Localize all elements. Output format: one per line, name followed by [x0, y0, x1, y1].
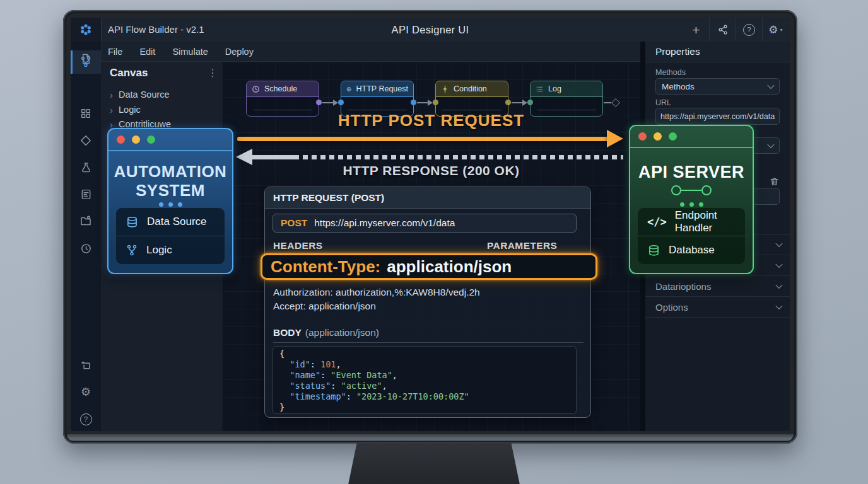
accept-header-line: Accept: application/json [273, 301, 376, 312]
monitor-chin [67, 434, 794, 441]
plus-icon: + [692, 23, 700, 37]
chevron-right-icon: › [110, 105, 113, 115]
code-line: } [279, 402, 570, 413]
url-input-value: https://api.myserver.com/v1/data [660, 112, 775, 121]
monitor-stand [348, 443, 520, 484]
connector-arrowhead [522, 100, 527, 106]
code-line: "timestamp": "2023-10-27T10:00:00Z" [279, 391, 570, 402]
sidebar-item-components[interactable] [71, 102, 101, 125]
kebab-menu-icon[interactable]: ⋮ [208, 67, 218, 79]
chevron-down-icon [767, 141, 774, 148]
connector-arrowhead [333, 100, 338, 106]
menu-deploy[interactable]: Deploy [225, 47, 254, 57]
automation-card-list: Data SourceLogic [116, 208, 225, 264]
chevron-down-icon [775, 261, 782, 268]
connector-line [417, 102, 428, 103]
connector-arrowhead [428, 100, 433, 106]
body-divider [273, 342, 584, 343]
folder-icon [79, 214, 92, 227]
globe-icon [346, 85, 352, 93]
help-icon: ? [743, 24, 755, 36]
body-type-label: (application/json) [305, 327, 379, 338]
api-item-database[interactable]: Database [638, 236, 745, 264]
traffic-green-icon [147, 135, 155, 144]
help-button[interactable]: ? [736, 18, 762, 42]
parameters-tab[interactable]: PARAMETERS [487, 240, 557, 251]
window-controls [108, 129, 232, 151]
request-url-field[interactable]: POSThttps://api.myserver.com/v1/data [273, 214, 577, 233]
port-in-condition[interactable] [433, 100, 438, 105]
share-icon [717, 24, 729, 35]
authorization-header-line: Authorization: authorization,%:KAW8H8/ve… [273, 287, 480, 298]
content-type-value: application/json [387, 257, 512, 277]
import-icon [80, 360, 92, 372]
add-button[interactable]: + [683, 18, 709, 42]
port-out-http[interactable] [411, 100, 416, 105]
response-arrow [251, 155, 299, 159]
content-type-key: Content-Type: [271, 257, 380, 277]
sidebar-item-flow[interactable] [71, 50, 101, 73]
api-card-title: API SERVER [630, 163, 753, 182]
database-icon [647, 245, 660, 256]
automation-item-data-source[interactable]: Data Source [116, 208, 225, 236]
menu-simulate[interactable]: Simulate [172, 47, 208, 57]
monitor-bezel: API Flow Builder - v2.1 API Designer UI … [63, 10, 797, 444]
sidebar-item-history[interactable] [71, 237, 101, 260]
content-type-highlight: Content-Type:application/json [261, 253, 597, 280]
delete-button[interactable] [770, 176, 780, 188]
methods-dropdown[interactable]: Methods [655, 78, 780, 95]
sidebar-item-script[interactable] [71, 183, 101, 205]
tree-item-data-source[interactable]: › Data Source [110, 88, 170, 101]
share-button[interactable] [709, 18, 736, 42]
api-item-endpoint-handler[interactable]: </>Endpoint Handler [638, 208, 745, 236]
properties-title: Properties [645, 42, 790, 62]
url-input[interactable]: https://api.myserver.com/v1/data [655, 108, 780, 125]
automation-item-logic[interactable]: Logic [116, 236, 225, 264]
sidebar-item-assets[interactable] [71, 209, 101, 232]
request-arrow [237, 137, 608, 141]
request-panel-title: HTTP REQUEST (POST) [265, 187, 590, 209]
port-in-log[interactable] [527, 100, 533, 105]
methods-label: Methods [655, 68, 686, 77]
code-line: "id": 101, [279, 359, 570, 370]
automation-system-card[interactable]: AUTOMATIONSYSTEMData SourceLogic [107, 128, 233, 274]
connector-line [604, 102, 611, 103]
gear-icon: ⚙ [768, 25, 778, 35]
canvas-panel-title: Canvas [110, 67, 148, 79]
menu-file[interactable]: File [108, 47, 122, 57]
body-code: { "id": 101, "name": "Event Data", "stat… [273, 346, 577, 414]
connector-icon [630, 185, 753, 195]
code-icon: </> [647, 216, 667, 228]
menu-bar: File Edit Simulate Deploy [101, 42, 640, 62]
page-title: API Designer UI [71, 18, 790, 42]
port-in-http[interactable] [338, 100, 344, 105]
sidebar-item-import[interactable] [71, 354, 101, 377]
connector-line [512, 102, 523, 103]
port-out-condition[interactable] [505, 100, 511, 105]
grid-icon [80, 108, 91, 119]
section-datarioptions[interactable]: Datarioptions [645, 276, 790, 297]
section-label: Datarioptions [655, 281, 711, 292]
traffic-red-icon [638, 132, 647, 141]
settings-button[interactable]: ⚙ ▾ [762, 18, 789, 42]
port-out-schedule[interactable] [316, 100, 322, 105]
sidebar-item-settings[interactable]: ⚙ [71, 381, 101, 403]
headers-tab[interactable]: HEADERS [273, 240, 323, 251]
sidebar-item-shapes[interactable] [71, 129, 101, 152]
toolbar: + ? ⚙ ▾ [683, 18, 789, 42]
code-line: { [279, 349, 570, 359]
traffic-yellow-icon [132, 135, 140, 144]
url-label: URL [655, 98, 671, 107]
section-options[interactable]: Options [645, 297, 790, 318]
body-label: BODY [273, 327, 302, 338]
api-card-list: </>Endpoint HandlerDatabase [638, 208, 745, 264]
sidebar-item-help[interactable]: ? [71, 408, 101, 430]
code-line: "name": "Event Data", [279, 370, 570, 381]
automation-card-title: AUTOMATIONSYSTEM [108, 162, 232, 200]
tree-item-logic[interactable]: › Logic [110, 103, 141, 116]
api-server-card[interactable]: API SERVER</>Endpoint HandlerDatabase [629, 125, 754, 274]
chevron-right-icon: › [110, 90, 113, 100]
sidebar-item-test[interactable] [71, 156, 101, 178]
menu-edit[interactable]: Edit [139, 47, 155, 57]
chevron-down-icon [775, 282, 782, 289]
